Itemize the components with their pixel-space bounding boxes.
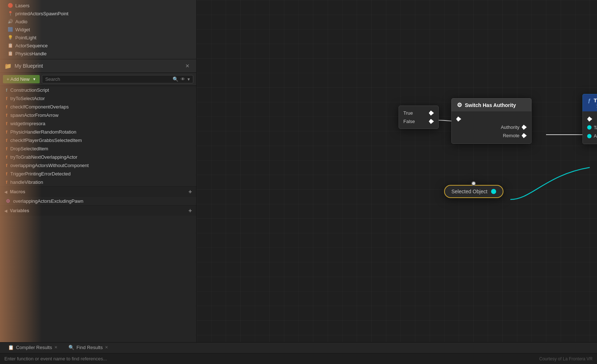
function-try-grab-next-label: tryToGrabNextOverlappingActor [10, 154, 77, 160]
find-results-label: Find Results [76, 345, 103, 350]
function-trigger-printing[interactable]: f TriggerPrintingErrorDetected [0, 170, 196, 178]
point-light-icon: 💡 [7, 35, 13, 40]
entry-node: True False [399, 106, 439, 129]
component-lasers[interactable]: 🔴 Lasers [0, 1, 196, 9]
function-try-grab-next[interactable]: f tryToGrabNextOverlappingActor [0, 153, 196, 161]
try-select-actor-row: Actor [583, 132, 597, 140]
macros-section-label: ◀ Macros [4, 189, 25, 194]
search-box: 🔍 👁 ▾ [42, 75, 193, 83]
function-spawn-actor[interactable]: f spawnActorFromArrow [0, 111, 196, 119]
component-audio[interactable]: 🔊 Audio [0, 17, 196, 25]
search-icon[interactable]: 🔍 [173, 76, 178, 82]
actor-sequence-icon: 📋 [7, 43, 13, 48]
switch-exec-in-group [456, 116, 461, 122]
main-container: 🔴 Lasers 📍 printedActorsSpawnPoint 🔊 Aud… [0, 0, 597, 342]
macros-section-header[interactable]: ◀ Macros + [0, 186, 196, 197]
my-blueprint-label: My Blueprint [15, 63, 43, 69]
search-input[interactable] [45, 76, 170, 82]
switch-exec-in-pin[interactable] [456, 116, 461, 122]
function-drop-selected-label: DropSelectedItem [10, 146, 48, 151]
add-new-button[interactable]: + Add New ▼ [3, 75, 40, 83]
function-construction-label: ConstructionScript [10, 87, 49, 93]
selected-object-output-pin[interactable] [491, 189, 496, 194]
target-circle-pin[interactable] [587, 125, 592, 130]
function-physic-handler-label: PhysicHandlerRandomRotation [10, 129, 76, 135]
variables-triangle-icon: ◀ [4, 209, 7, 213]
component-point-light[interactable]: 💡 PointLight [0, 33, 196, 41]
actor-circle-pin[interactable] [587, 134, 592, 138]
function-handle-vibration[interactable]: f handleVibration [0, 178, 196, 186]
find-results-close[interactable]: ✕ [105, 345, 108, 350]
component-point-light-label: PointLight [15, 35, 36, 40]
eye-icon[interactable]: 👁 [181, 76, 185, 82]
connection-wires [197, 0, 597, 342]
component-actor-sequence[interactable]: 📋 ActorSequence [0, 41, 196, 50]
variables-section-label: ◀ Variables [4, 208, 29, 213]
function-icon-8: f [6, 163, 7, 168]
true-exec-pin[interactable] [429, 111, 434, 116]
function-physic-handler[interactable]: f PhysicHandlerRandomRotation [0, 128, 196, 136]
component-widget[interactable]: 🟦 Widget [0, 25, 196, 33]
function-check-component-label: checkIfComponentOverlaps [10, 104, 68, 110]
remote-pin-group: Remote [503, 133, 527, 138]
remote-label: Remote [503, 133, 519, 138]
remote-exec-pin[interactable] [522, 133, 527, 138]
function-trigger-printing-label: TriggerPrintingErrorDetected [10, 171, 71, 177]
physics-handle-icon: 📋 [7, 51, 13, 56]
authority-exec-pin[interactable] [522, 125, 527, 130]
function-spawn-actor-label: spawnActorFromArrow [10, 112, 58, 118]
function-widget-impresora[interactable]: f widgetImpresora [0, 119, 196, 128]
audio-icon: 🔊 [7, 19, 13, 24]
my-blueprint-close[interactable]: ✕ [183, 62, 192, 70]
switch-node-title: Switch Has Authority [465, 102, 516, 108]
component-physics-handle[interactable]: 📋 PhysicsHandle [0, 50, 196, 58]
settings-icon[interactable]: ▾ [187, 76, 190, 82]
try-select-exec-in-pin[interactable] [587, 116, 592, 122]
true-label: True [403, 110, 413, 116]
variables-section-header[interactable]: ◀ Variables + [0, 205, 196, 216]
function-check-component[interactable]: f checkIfComponentOverlaps [0, 103, 196, 111]
false-exec-pin[interactable] [429, 119, 434, 124]
macro-overlapping-actors[interactable]: ⚙ overlappingActorsExcludingPawn [0, 197, 196, 205]
my-blueprint-header: 📁 My Blueprint ✕ [0, 59, 196, 73]
function-try-to-select-label: tryToSelectActor [10, 96, 45, 101]
function-icon-0: f [6, 96, 7, 101]
compiler-results-close[interactable]: ✕ [54, 345, 58, 350]
compiler-results-icon: 📋 [8, 345, 14, 350]
try-select-subtitle: Target is BP 3d Printer [588, 104, 597, 108]
folder-icon: 📁 [4, 63, 12, 70]
function-construction-script[interactable]: f ConstructionScript [0, 86, 196, 94]
compiler-results-tab[interactable]: 📋 Compiler Results ✕ [3, 343, 63, 353]
function-icon-5: f [6, 138, 7, 143]
selected-object-label: Selected Object [451, 189, 487, 194]
blueprint-toolbar: + Add New ▼ 🔍 👁 ▾ [0, 73, 196, 86]
variables-add-icon[interactable]: + [189, 207, 192, 214]
function-icon-7: f [6, 154, 7, 160]
find-references-input[interactable] [4, 356, 539, 361]
macros-add-icon[interactable]: + [189, 189, 192, 195]
blueprint-canvas[interactable]: True False ⚙ Switch Has Authority [197, 0, 597, 342]
component-widget-label: Widget [15, 27, 30, 32]
functions-list: f ConstructionScript f tryToSelectActor … [0, 86, 196, 342]
try-select-title: Try to Select Actor [594, 97, 597, 103]
target-pin-group: Target self [587, 124, 597, 130]
try-select-target-row: Target self Selected [583, 123, 597, 132]
function-icon-6: f [6, 146, 7, 151]
function-try-to-select[interactable]: f tryToSelectActor [0, 94, 196, 103]
function-handle-vibration-label: handleVibration [10, 179, 43, 185]
function-drop-selected[interactable]: f DropSelectedItem [0, 145, 196, 153]
compiler-results-label: Compiler Results [16, 345, 52, 350]
find-results-tab[interactable]: 🔍 Find Results ✕ [63, 343, 113, 353]
function-check-player-grabs[interactable]: f checkIfPlayerGrabbsSelectedItem [0, 136, 196, 145]
target-label: Target [594, 125, 597, 130]
switch-remote-row: Remote [452, 131, 531, 140]
component-spawn-point[interactable]: 📍 printedActorsSpawnPoint [0, 9, 196, 17]
selected-object-top-connector[interactable] [471, 181, 476, 186]
authority-pin-group: Authority [501, 124, 527, 130]
macro-icon-0: ⚙ [6, 198, 10, 204]
try-select-exec-in [587, 116, 592, 122]
function-overlapping-actors[interactable]: f overlappingActorsWithoutComponent [0, 161, 196, 170]
bottom-panel: 📋 Compiler Results ✕ 🔍 Find Results ✕ Co… [0, 342, 597, 364]
find-results-icon: 🔍 [68, 345, 74, 350]
function-icon-10: f [6, 179, 7, 185]
